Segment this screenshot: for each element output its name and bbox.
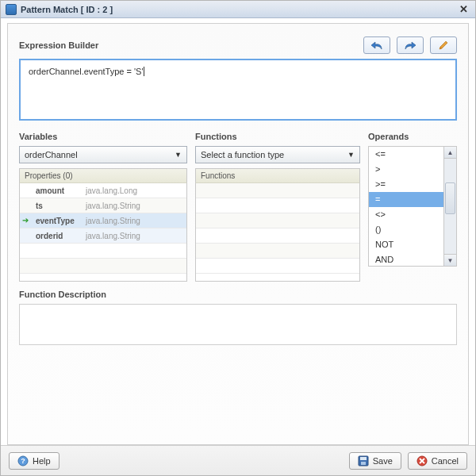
chevron-down-icon: ▼ xyxy=(347,151,355,159)
scroll-track[interactable] xyxy=(444,159,456,254)
dialog: Pattern Match [ ID : 2 ] ✕ Expression Bu… xyxy=(0,0,476,476)
table-row xyxy=(20,244,186,259)
save-icon xyxy=(358,455,369,466)
close-icon[interactable]: ✕ xyxy=(457,3,470,15)
list-item[interactable]: >= xyxy=(369,177,443,192)
table-row[interactable]: ➔ eventType java.lang.String xyxy=(20,213,186,228)
functions-column: Functions Select a function type ▼ Funct… xyxy=(195,132,360,282)
operands-list: <= > >= = <> () NOT AND ▲ xyxy=(368,146,457,267)
app-icon xyxy=(6,4,17,15)
footer: ? Help Save Cancel xyxy=(1,445,475,475)
save-button[interactable]: Save xyxy=(349,452,401,470)
variables-label: Variables xyxy=(19,132,187,141)
list-item[interactable]: > xyxy=(369,162,443,177)
body: Expression Builder xyxy=(1,18,475,445)
dialog-title: Pattern Match [ ID : 2 ] xyxy=(21,5,457,14)
redo-button[interactable] xyxy=(397,36,424,54)
expression-toolbar xyxy=(363,36,457,54)
table-row xyxy=(196,213,359,228)
properties-grid: amount java.lang.Long ts java.lang.Strin… xyxy=(19,183,187,282)
variables-selected: orderChannel xyxy=(25,150,78,159)
list-item[interactable]: () xyxy=(369,222,443,237)
text-cursor xyxy=(144,67,144,76)
help-button[interactable]: ? Help xyxy=(9,452,60,470)
operands-label: Operands xyxy=(368,132,457,141)
save-label: Save xyxy=(373,456,393,466)
table-row xyxy=(196,228,359,244)
table-row[interactable]: amount java.lang.Long xyxy=(20,183,186,198)
list-item[interactable]: NOT xyxy=(369,237,443,252)
redo-icon xyxy=(404,40,416,50)
cancel-label: Cancel xyxy=(432,456,459,466)
functions-dropdown[interactable]: Select a function type ▼ xyxy=(195,146,360,163)
chevron-down-icon: ▼ xyxy=(175,151,182,159)
table-row xyxy=(196,198,359,213)
functions-placeholder: Select a function type xyxy=(201,150,284,159)
functions-grid xyxy=(195,183,360,282)
table-row xyxy=(196,183,359,198)
list-item[interactable]: <> xyxy=(369,207,443,222)
function-description-box xyxy=(19,304,457,345)
undo-button[interactable] xyxy=(363,36,390,54)
help-icon: ? xyxy=(17,455,29,466)
svg-text:?: ? xyxy=(21,457,25,465)
function-description-label: Function Description xyxy=(19,290,457,299)
titlebar: Pattern Match [ ID : 2 ] ✕ xyxy=(1,1,475,18)
cancel-button[interactable]: Cancel xyxy=(408,452,467,470)
expression-text: orderChannel.eventType = 'S' xyxy=(29,67,144,76)
table-row xyxy=(20,259,186,274)
table-row[interactable]: orderid java.lang.String xyxy=(20,228,186,244)
list-item[interactable]: AND xyxy=(369,252,443,266)
functions-label: Functions xyxy=(195,132,360,141)
svg-rect-3 xyxy=(360,457,367,460)
expression-editor[interactable]: orderChannel.eventType = 'S' xyxy=(19,59,457,121)
scroll-down-icon[interactable]: ▼ xyxy=(444,254,456,266)
svg-rect-4 xyxy=(361,462,366,465)
arrow-right-icon: ➔ xyxy=(22,216,29,225)
cancel-icon xyxy=(416,455,428,466)
scrollbar[interactable]: ▲ ▼ xyxy=(443,147,456,266)
list-item[interactable]: <= xyxy=(369,147,443,162)
help-label: Help xyxy=(33,456,51,466)
list-item[interactable]: = xyxy=(369,192,443,207)
pencil-icon xyxy=(438,40,449,51)
table-row[interactable]: ts java.lang.String xyxy=(20,198,186,213)
undo-icon xyxy=(370,40,383,50)
scroll-up-icon[interactable]: ▲ xyxy=(444,147,456,159)
variables-dropdown[interactable]: orderChannel ▼ xyxy=(19,146,187,163)
table-row xyxy=(196,244,359,259)
operands-column: Operands <= > >= = <> () NOT AND xyxy=(368,132,457,282)
table-row xyxy=(196,259,359,274)
properties-header: Properties (0) xyxy=(19,168,187,183)
variables-column: Variables orderChannel ▼ Properties (0) … xyxy=(19,132,187,282)
functions-header: Functions xyxy=(195,168,360,183)
card: Expression Builder xyxy=(7,23,469,445)
edit-button[interactable] xyxy=(430,36,457,54)
scroll-thumb[interactable] xyxy=(445,182,455,214)
expression-builder-label: Expression Builder xyxy=(19,40,98,50)
